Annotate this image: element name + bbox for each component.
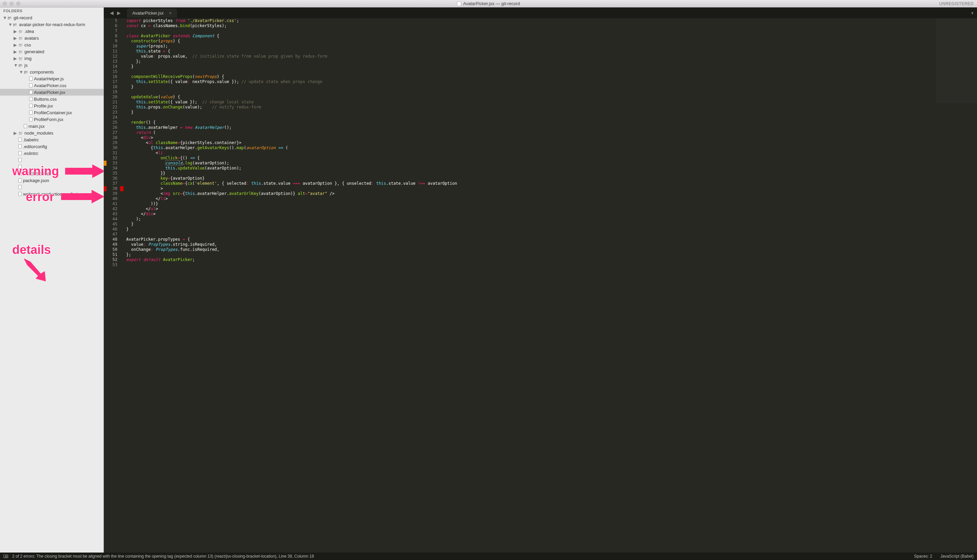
folder-open-icon bbox=[24, 70, 28, 75]
tree-item-label: avatar-picker-for-react-redux-form bbox=[19, 22, 85, 27]
tree-item[interactable]: Buttons.css bbox=[0, 96, 104, 102]
tree-item[interactable]: ProfileContainer.jsx bbox=[0, 109, 104, 116]
minimize-window-icon[interactable] bbox=[10, 2, 13, 6]
tree-item[interactable]: AvatarPicker.jsx bbox=[0, 89, 104, 96]
file-icon bbox=[18, 158, 22, 162]
file-icon bbox=[29, 117, 33, 122]
tree-item-label: AvatarHelper.js bbox=[34, 76, 64, 82]
tree-item-label: LICENSE.md bbox=[23, 171, 49, 176]
tree-item[interactable]: AvatarHelper.js bbox=[0, 75, 104, 82]
file-icon bbox=[18, 165, 22, 169]
arrow-icon bbox=[20, 258, 51, 282]
tree-item[interactable]: ▼avatar-picker-for-react-redux-form bbox=[0, 21, 104, 28]
file-icon bbox=[18, 185, 22, 189]
tree-item[interactable] bbox=[0, 163, 104, 170]
tree-item[interactable]: ▶.idea bbox=[0, 28, 104, 35]
tree-item[interactable] bbox=[0, 157, 104, 163]
tree-item[interactable]: Profile.jsx bbox=[0, 102, 104, 109]
twisty-closed-icon[interactable]: ▶ bbox=[13, 56, 17, 61]
tree-item[interactable]: ▶node_modules bbox=[0, 130, 104, 136]
indent-setting[interactable]: Spaces: 2 bbox=[914, 554, 932, 558]
tree-item[interactable]: ProfileForm.jsx bbox=[0, 116, 104, 123]
twisty-closed-icon[interactable]: ▶ bbox=[13, 49, 17, 54]
tree-item-label: main.jsx bbox=[28, 124, 45, 129]
tree-item[interactable]: ▶avatars bbox=[0, 35, 104, 42]
close-tab-icon[interactable]: × bbox=[169, 10, 172, 16]
nav-forward-icon[interactable]: ▶ bbox=[117, 10, 121, 16]
sidebar: FOLDERS ▼git-record▼avatar-picker-for-re… bbox=[0, 7, 104, 553]
twisty-closed-icon[interactable]: ▶ bbox=[13, 29, 17, 34]
registration-status: UNREGISTERED bbox=[939, 2, 974, 6]
tree-item[interactable]: ▶img bbox=[0, 55, 104, 62]
nav-back-icon[interactable]: ◀ bbox=[110, 10, 114, 16]
twisty-closed-icon[interactable]: ▶ bbox=[13, 130, 17, 136]
tab-overflow-icon[interactable]: ▾ bbox=[968, 10, 977, 16]
tree-item-label: AvatarPicker.css bbox=[34, 83, 67, 88]
tree-item-label: node_modules bbox=[24, 130, 53, 136]
tree-item[interactable]: main.jsx bbox=[0, 123, 104, 130]
syntax-setting[interactable]: JavaScript (Babel) bbox=[940, 554, 974, 558]
tab-label: AvatarPicker.jsx bbox=[132, 10, 164, 16]
traffic-lights[interactable] bbox=[3, 2, 20, 6]
tree-item[interactable]: ▼js bbox=[0, 62, 104, 68]
tree-item-label: ProfileContainer.jsx bbox=[34, 110, 72, 115]
tree-item[interactable]: package.json bbox=[0, 177, 104, 184]
tree-item[interactable]: ▼components bbox=[0, 68, 104, 75]
twisty-open-icon[interactable]: ▼ bbox=[3, 15, 6, 20]
close-window-icon[interactable] bbox=[3, 2, 7, 6]
line-mark-gutter bbox=[120, 18, 124, 553]
file-icon bbox=[29, 110, 33, 115]
tree-item-label: generated bbox=[24, 49, 44, 54]
tree-item[interactable]: ▶css bbox=[0, 42, 104, 48]
tree-item-label: .editorconfig bbox=[23, 144, 47, 149]
tree-item-label: Profile.jsx bbox=[34, 103, 53, 108]
tabbar: ◀ ▶ AvatarPicker.jsx × ▾ bbox=[104, 7, 977, 18]
tree-item[interactable] bbox=[0, 184, 104, 190]
titlebar: AvatarPicker.jsx — git-record UNREGISTER… bbox=[0, 0, 977, 7]
folder-icon bbox=[18, 36, 23, 41]
panel-toggle-icon[interactable] bbox=[3, 555, 8, 558]
tree-item[interactable]: ▶generated bbox=[0, 48, 104, 55]
status-message[interactable]: 2 of 2 errors: The closing bracket must … bbox=[12, 554, 314, 558]
tree-item[interactable]: LICENSE.md bbox=[0, 170, 104, 177]
tree-item-label: css bbox=[24, 42, 31, 47]
tree-item-label: img bbox=[24, 56, 32, 61]
tree-item[interactable]: webpack.production.config.js bbox=[0, 190, 104, 197]
tree-item-label: package.json bbox=[23, 178, 49, 183]
file-icon bbox=[29, 104, 33, 108]
folder-tree[interactable]: ▼git-record▼avatar-picker-for-react-redu… bbox=[0, 14, 104, 197]
file-icon bbox=[29, 97, 33, 101]
tree-item-label: components bbox=[30, 70, 54, 75]
annotation-details: details bbox=[12, 243, 51, 257]
tree-item[interactable]: .babelrc bbox=[0, 136, 104, 143]
code-area[interactable]: import pickerStyles from './AvatarPicker… bbox=[124, 18, 977, 553]
tree-item-label: .babelrc bbox=[23, 137, 39, 142]
tree-item[interactable]: .editorconfig bbox=[0, 143, 104, 150]
twisty-open-icon[interactable]: ▼ bbox=[13, 63, 17, 68]
tree-item-label: Buttons.css bbox=[34, 97, 57, 102]
file-icon bbox=[457, 2, 461, 6]
file-icon bbox=[18, 178, 22, 182]
tree-item-label: webpack.production.config.js bbox=[23, 192, 80, 197]
tree-item[interactable]: .eslintrc bbox=[0, 150, 104, 157]
tab-history-nav: ◀ ▶ bbox=[107, 10, 124, 16]
file-icon bbox=[18, 172, 22, 176]
tree-item[interactable]: AvatarPicker.css bbox=[0, 82, 104, 89]
minimap[interactable] bbox=[936, 18, 977, 103]
tab-avatarpicker[interactable]: AvatarPicker.jsx × bbox=[127, 8, 177, 18]
twisty-open-icon[interactable]: ▼ bbox=[8, 22, 12, 27]
twisty-closed-icon[interactable]: ▶ bbox=[13, 36, 17, 41]
sidebar-header: FOLDERS bbox=[0, 7, 104, 14]
folder-open-icon bbox=[7, 15, 12, 20]
zoom-window-icon[interactable] bbox=[16, 2, 20, 6]
twisty-closed-icon[interactable]: ▶ bbox=[13, 42, 17, 47]
folder-icon bbox=[18, 130, 23, 136]
folder-icon bbox=[18, 49, 23, 54]
twisty-open-icon[interactable]: ▼ bbox=[19, 70, 22, 75]
tree-item-label: js bbox=[24, 63, 27, 68]
tree-item-label: ProfileForm.jsx bbox=[34, 117, 63, 122]
tree-item[interactable]: ▼git-record bbox=[0, 14, 104, 21]
svg-marker-2 bbox=[24, 258, 46, 282]
line-number-gutter: 5678910111213141516171819202122232425262… bbox=[107, 18, 120, 553]
folder-icon bbox=[18, 42, 23, 47]
